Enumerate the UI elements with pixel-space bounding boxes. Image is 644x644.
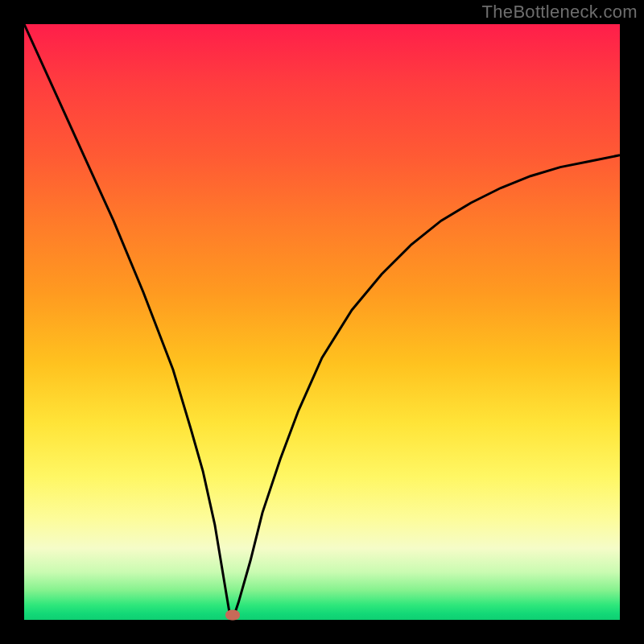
marker-dot (225, 610, 240, 621)
chart-frame: TheBottleneck.com (0, 0, 644, 644)
watermark-text: TheBottleneck.com (482, 2, 638, 23)
plot-area (24, 24, 620, 620)
curve-svg (24, 24, 620, 620)
bottleneck-curve (24, 24, 620, 620)
